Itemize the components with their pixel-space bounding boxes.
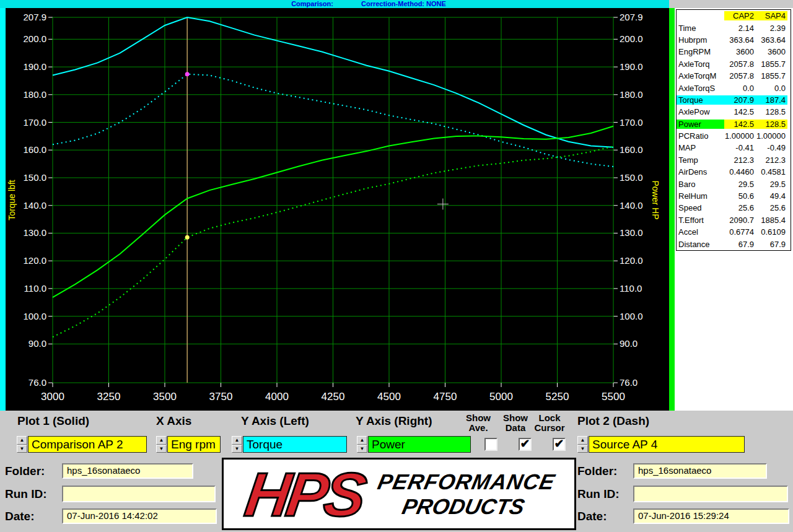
control-panel: Plot 1 (Solid) X Axis Y Axis (Left) Y Ax… bbox=[0, 411, 793, 532]
row-value-cap2: 3600 bbox=[724, 47, 756, 56]
spinner-up-icon[interactable]: ▲ bbox=[232, 436, 242, 445]
y-tick-left: 100.0 bbox=[23, 311, 46, 321]
row-value-sap4: 0.6109 bbox=[756, 227, 787, 237]
row-value-sap4: 2.39 bbox=[756, 24, 787, 33]
y-tick-left: 150.0 bbox=[23, 172, 46, 183]
lock-cursor-label: Lock Cursor bbox=[532, 413, 567, 433]
table-row: Hubrpm363.64363.64 bbox=[677, 34, 791, 46]
plot2-spinner[interactable]: ▲▼ bbox=[577, 436, 588, 453]
runid-label-right: Run ID: bbox=[577, 487, 620, 501]
plot1-spinner[interactable]: ▲▼ bbox=[17, 436, 27, 453]
x-tick: 4000 bbox=[265, 391, 289, 403]
show-ave-checkbox[interactable] bbox=[484, 438, 497, 451]
cursor-marker bbox=[185, 72, 190, 76]
date-field-right[interactable]: 07-Jun-2016 15:29:24 bbox=[633, 508, 789, 524]
xaxis-spinner[interactable]: ▲▼ bbox=[156, 436, 167, 453]
row-label: MAP bbox=[677, 143, 724, 152]
y-tick-left: 110.0 bbox=[24, 283, 46, 294]
x-tick: 4250 bbox=[322, 391, 345, 403]
row-value-sap4: 49.4 bbox=[756, 191, 787, 201]
row-label: EngRPM bbox=[677, 47, 724, 56]
spinner-down-icon[interactable]: ▼ bbox=[577, 445, 588, 453]
y-tick-left: 76.0 bbox=[28, 377, 46, 388]
comparison-label: Comparison: bbox=[291, 0, 333, 8]
dyno-app-window: Comparison: Correction-Method: NONE 207.… bbox=[0, 0, 793, 532]
yaxis-right-select[interactable]: Power bbox=[368, 436, 471, 453]
y-tick-left: 207.9 bbox=[23, 12, 46, 22]
row-label: Hubrpm bbox=[677, 35, 724, 45]
spinner-up-icon[interactable]: ▲ bbox=[156, 436, 167, 445]
row-value-cap2: 207.9 bbox=[724, 95, 756, 105]
table-row: Power142.5128.5 bbox=[677, 118, 791, 130]
right-axis-color-strip bbox=[669, 8, 675, 411]
comparison-titlebar: Comparison: Correction-Method: NONE bbox=[0, 0, 669, 8]
row-value-cap2: 67.9 bbox=[724, 240, 756, 249]
x-tick: 5250 bbox=[546, 391, 569, 403]
row-value-cap2: 0.4460 bbox=[724, 167, 756, 177]
row-value-cap2: 50.6 bbox=[724, 191, 756, 201]
left-axis-color-strip bbox=[0, 8, 6, 411]
row-label: AirDens bbox=[677, 167, 724, 177]
cursor-marker bbox=[185, 235, 190, 240]
y-tick-right: 110.0 bbox=[620, 283, 642, 294]
dyno-chart[interactable]: 207.9207.9200.0200.0190.0190.0180.0180.0… bbox=[6, 8, 669, 411]
folder-field-right[interactable]: hps_16sonataeco bbox=[633, 463, 767, 479]
folder-field-left[interactable]: hps_16sonataeco bbox=[62, 463, 193, 479]
runid-field-left[interactable] bbox=[62, 486, 216, 502]
plot1-select[interactable]: Comparison AP 2 bbox=[28, 436, 147, 453]
date-label-left: Date: bbox=[5, 510, 35, 523]
y-tick-right: 76.0 bbox=[620, 377, 637, 388]
folder-label-left: Folder: bbox=[5, 464, 45, 478]
spinner-down-icon[interactable]: ▼ bbox=[17, 445, 27, 453]
yaxis-left-select[interactable]: Torque bbox=[243, 436, 347, 453]
row-label: Baro bbox=[677, 180, 724, 189]
xaxis-select[interactable]: Eng rpm bbox=[167, 436, 221, 453]
yaxis-left-spinner[interactable]: ▲▼ bbox=[232, 436, 242, 453]
y-tick-right: 90.0 bbox=[620, 338, 637, 349]
plot2-select[interactable]: Source AP 4 bbox=[589, 436, 745, 453]
show-data-checkbox[interactable]: ✔ bbox=[519, 438, 532, 451]
y-tick-right: 120.0 bbox=[620, 255, 643, 266]
x-tick: 4500 bbox=[377, 391, 401, 403]
row-value-cap2: -0.41 bbox=[724, 143, 756, 152]
row-label: Torque bbox=[677, 95, 724, 105]
table-row: AxlePow142.5128.5 bbox=[677, 106, 791, 118]
plot1-label: Plot 1 (Solid) bbox=[17, 414, 89, 428]
table-row: MAP-0.41-0.49 bbox=[677, 142, 791, 154]
y-tick-left: 200.0 bbox=[23, 33, 46, 44]
spinner-down-icon[interactable]: ▼ bbox=[156, 445, 167, 453]
row-label: AxlePow bbox=[677, 107, 724, 116]
y-tick-right: 207.9 bbox=[620, 12, 643, 22]
table-row: AirDens0.44600.4581 bbox=[677, 166, 791, 178]
spinner-down-icon[interactable]: ▼ bbox=[357, 445, 367, 453]
row-value-cap2: 212.3 bbox=[724, 155, 756, 165]
spinner-up-icon[interactable]: ▲ bbox=[17, 436, 27, 445]
yaxis-right-spinner[interactable]: ▲▼ bbox=[357, 436, 367, 453]
x-tick: 3000 bbox=[41, 391, 64, 403]
spinner-down-icon[interactable]: ▼ bbox=[232, 445, 242, 453]
x-tick: 3500 bbox=[153, 391, 177, 403]
lock-cursor-checkbox[interactable]: ✔ bbox=[553, 438, 566, 451]
y-tick-left: 180.0 bbox=[23, 89, 46, 100]
row-value-cap2: 363.64 bbox=[724, 35, 756, 45]
correction-method-label: Correction-Method: NONE bbox=[361, 0, 446, 8]
y-tick-right: 170.0 bbox=[620, 117, 643, 128]
table-row: Torque207.9187.4 bbox=[677, 94, 791, 106]
date-field-left[interactable]: 07-Jun-2016 14:42:02 bbox=[62, 508, 217, 524]
hps-tagline-performance: PERFORMANCE bbox=[375, 469, 558, 494]
row-value-cap2: 142.5 bbox=[724, 107, 756, 116]
row-value-cap2: 2.14 bbox=[724, 24, 756, 33]
spinner-up-icon[interactable]: ▲ bbox=[577, 436, 588, 445]
hps-logo: HPS PERFORMANCE PRODUCTS bbox=[222, 458, 576, 530]
table-row: Time2.142.39 bbox=[677, 22, 791, 33]
table-row: Distance67.967.9 bbox=[677, 238, 791, 250]
row-value-cap2: 1.00000 bbox=[724, 131, 756, 141]
x-tick: 3750 bbox=[209, 391, 233, 403]
show-ave-label: Show Ave. bbox=[463, 413, 493, 433]
row-value-sap4: 1885.4 bbox=[756, 216, 787, 225]
row-value-sap4: 25.6 bbox=[756, 203, 787, 212]
row-label: Speed bbox=[677, 203, 724, 212]
spinner-up-icon[interactable]: ▲ bbox=[357, 436, 367, 445]
runid-field-right[interactable] bbox=[633, 486, 788, 502]
x-tick: 5500 bbox=[602, 391, 625, 403]
